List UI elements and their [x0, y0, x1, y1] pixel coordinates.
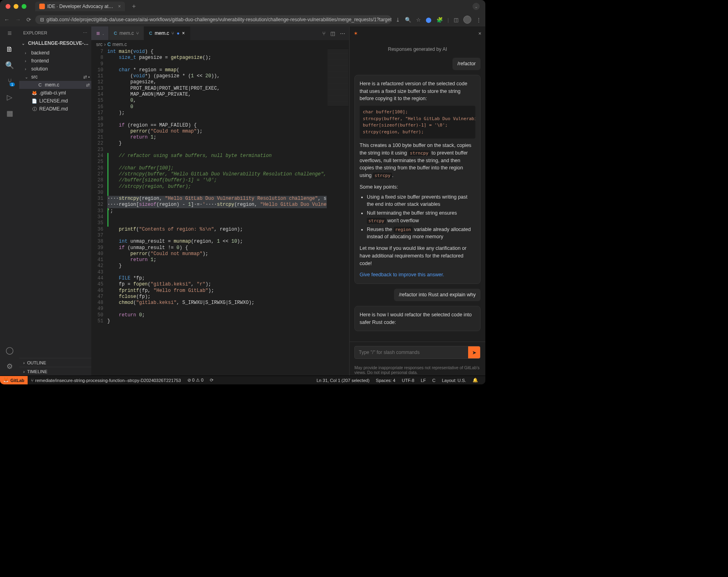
zoom-icon[interactable]: 🔍	[405, 17, 411, 23]
chat-header: ✶ ×	[350, 26, 485, 40]
search-icon[interactable]: 🔍	[5, 61, 14, 70]
traffic-lights[interactable]	[6, 4, 26, 9]
account-icon[interactable]: ◯	[5, 346, 14, 355]
gitlab-duo-icon: ✶	[354, 30, 358, 36]
breadcrumbs[interactable]: src › C mem.c	[91, 40, 349, 49]
feedback-link[interactable]: Give feedback to improve this answer.	[360, 272, 444, 277]
code-editor[interactable]: 7891011121314151617181920212223242526272…	[91, 49, 349, 376]
run-debug-icon[interactable]: ▷	[5, 93, 14, 102]
status-problems[interactable]: ⊘ 0 ⚠ 0	[184, 378, 207, 383]
file-tree-item[interactable]: ›frontend	[19, 57, 91, 65]
ai-key-points: Using a fixed size buffer prevents writi…	[360, 193, 475, 241]
file-tree-item[interactable]: 📄LICENSE.md	[19, 97, 91, 105]
profile-avatar[interactable]	[463, 16, 471, 24]
browser-menu-icon[interactable]: ⋮	[476, 17, 481, 23]
compare-icon[interactable]: ⑂	[322, 30, 326, 36]
maximize-window-icon[interactable]	[22, 4, 26, 9]
code-content[interactable]: int main(void) { size_t pagesize = getpa…	[107, 49, 327, 376]
status-bar: 🦊GitLab ⑂remediate/insecure-string-proce…	[0, 376, 485, 384]
tab-mem-c-2[interactable]: C mem.c ⑂ ● ×	[144, 26, 190, 40]
editor-area: ≣ . C mem.c ⑂ C mem.c ⑂ ● × ⑂ ◫	[91, 26, 349, 376]
status-sync-icon[interactable]: ⟳	[207, 378, 217, 383]
explorer-more-icon[interactable]: ⋯	[83, 30, 87, 36]
file-tree-item[interactable]: Cmem.c⇄	[19, 81, 91, 89]
explorer-header: EXPLORER ⋯	[19, 26, 91, 39]
settings-gear-icon[interactable]: ⚙	[5, 362, 14, 371]
install-app-icon[interactable]: ⤓	[396, 17, 400, 23]
extensions-icon[interactable]: 🧩	[436, 17, 443, 23]
user-message-1: /refactor	[354, 58, 481, 70]
ai-response-2: Here is how I would refactor the selecte…	[354, 306, 481, 332]
status-spaces[interactable]: Spaces: 4	[373, 378, 399, 383]
chat-messages[interactable]: Responses generated by AI /refactor Here…	[350, 40, 485, 342]
tab-overflow-button[interactable]: ⌄	[473, 3, 480, 10]
ide-root: ≡ 🗎 🔍 ⑂1 ▷ ▦ ◯ ⚙ EXPLORER ⋯ ⌄ CHALLENGE-…	[0, 26, 485, 376]
new-tab-button[interactable]: +	[132, 3, 136, 10]
forward-button[interactable]: →	[15, 16, 21, 23]
status-eol[interactable]: LF	[418, 378, 429, 383]
reload-button[interactable]: ⟳	[26, 16, 31, 23]
browser-tab-title: IDE · Developer Advocacy at…	[47, 4, 113, 9]
sidepanel-icon[interactable]: ◫	[454, 17, 459, 23]
status-encoding[interactable]: UTF-8	[398, 378, 417, 383]
ai-response-1: Here is a refactored version of the sele…	[354, 75, 481, 284]
ai-chat-panel: ✶ × Responses generated by AI /refactor …	[349, 26, 485, 376]
status-layout[interactable]: Layout: U.S.	[438, 378, 469, 383]
url-field[interactable]: ⊟ gitlab.com/-/ide/project/gitlab-da/use…	[35, 15, 392, 24]
extensions-icon[interactable]: ▦	[5, 109, 14, 118]
editor-more-icon[interactable]: ⋯	[340, 30, 345, 36]
merge-request-icon: ⑂	[171, 31, 174, 36]
close-chat-icon[interactable]: ×	[478, 30, 481, 36]
file-tree-item[interactable]: ⌄src⇄ •	[19, 73, 91, 81]
project-root[interactable]: ⌄ CHALLENGE-RESOLVE-…	[19, 39, 91, 47]
minimap[interactable]	[327, 49, 349, 376]
outline-panel[interactable]: ›OUTLINE	[19, 358, 91, 367]
back-button[interactable]: ←	[4, 16, 10, 23]
site-info-icon[interactable]: ⊟	[40, 17, 44, 22]
chat-input[interactable]	[355, 346, 468, 358]
tab-root[interactable]: ≣ .	[91, 26, 109, 40]
file-tree: ›backend›frontend›solution⌄src⇄ •Cmem.c⇄…	[19, 47, 91, 358]
file-tree-item[interactable]: 🦊.gitlab-ci.yml	[19, 89, 91, 97]
status-gitlab[interactable]: 🦊GitLab	[0, 376, 28, 384]
send-button[interactable]: ➤	[468, 346, 480, 358]
editor-tabs: ≣ . C mem.c ⑂ C mem.c ⑂ ● × ⑂ ◫	[91, 26, 349, 40]
chat-input-area: ➤	[350, 342, 485, 363]
explorer-icon[interactable]: 🗎	[5, 45, 14, 54]
file-tree-item[interactable]: ⓘREADME.md	[19, 105, 91, 113]
chat-disclaimer: May provide inappropriate responses not …	[350, 363, 485, 376]
file-tree-item[interactable]: ›solution	[19, 65, 91, 73]
activity-bar: ≡ 🗎 🔍 ⑂1 ▷ ▦ ◯ ⚙	[0, 26, 19, 376]
ai-paragraph: This creates a 100 byte buffer on the st…	[360, 142, 475, 179]
tab-mem-c-1[interactable]: C mem.c ⑂	[109, 26, 144, 40]
user-message-2: /refactor into Rust and explain why	[354, 289, 481, 301]
extension-1-icon[interactable]: ⬤	[426, 17, 432, 23]
send-icon: ➤	[472, 350, 477, 356]
close-tab-icon[interactable]: ×	[182, 30, 185, 36]
bookmark-icon[interactable]: ☆	[416, 17, 421, 23]
gitlab-favicon-icon	[39, 4, 45, 9]
timeline-panel[interactable]: ›TIMELINE	[19, 367, 91, 376]
split-editor-icon[interactable]: ◫	[330, 30, 335, 36]
close-tab-icon[interactable]: ×	[118, 4, 121, 9]
url-bar: ← → ⟳ ⊟ gitlab.com/-/ide/project/gitlab-…	[0, 13, 485, 26]
status-branch[interactable]: ⑂remediate/insecure-string-processing-fu…	[28, 378, 184, 383]
explorer-sidebar: EXPLORER ⋯ ⌄ CHALLENGE-RESOLVE-… ›backen…	[19, 26, 91, 376]
window-titlebar: IDE · Developer Advocacy at… × + ⌄	[0, 0, 485, 13]
status-language[interactable]: C	[429, 378, 439, 383]
browser-tab[interactable]: IDE · Developer Advocacy at… ×	[35, 2, 125, 11]
menu-icon[interactable]: ≡	[5, 29, 14, 38]
chat-system-note: Responses generated by AI	[354, 46, 481, 53]
file-tree-item[interactable]: ›backend	[19, 49, 91, 57]
minimize-window-icon[interactable]	[14, 4, 18, 9]
ai-code-block[interactable]: char buffer[100]; strncpy(buffer, "Hello…	[360, 106, 475, 139]
explorer-title: EXPLORER	[23, 30, 47, 35]
line-numbers: 7891011121314151617181920212223242526272…	[91, 49, 107, 376]
merge-request-icon: ⑂	[136, 31, 139, 36]
url-text: gitlab.com/-/ide/project/gitlab-da/use-c…	[46, 17, 392, 22]
status-bell-icon[interactable]: 🔔	[469, 378, 481, 383]
close-window-icon[interactable]	[6, 4, 10, 9]
project-root-label: CHALLENGE-RESOLVE-…	[28, 40, 88, 46]
status-cursor-pos[interactable]: Ln 31, Col 1 (207 selected)	[313, 378, 372, 383]
source-control-icon[interactable]: ⑂1	[5, 77, 14, 86]
